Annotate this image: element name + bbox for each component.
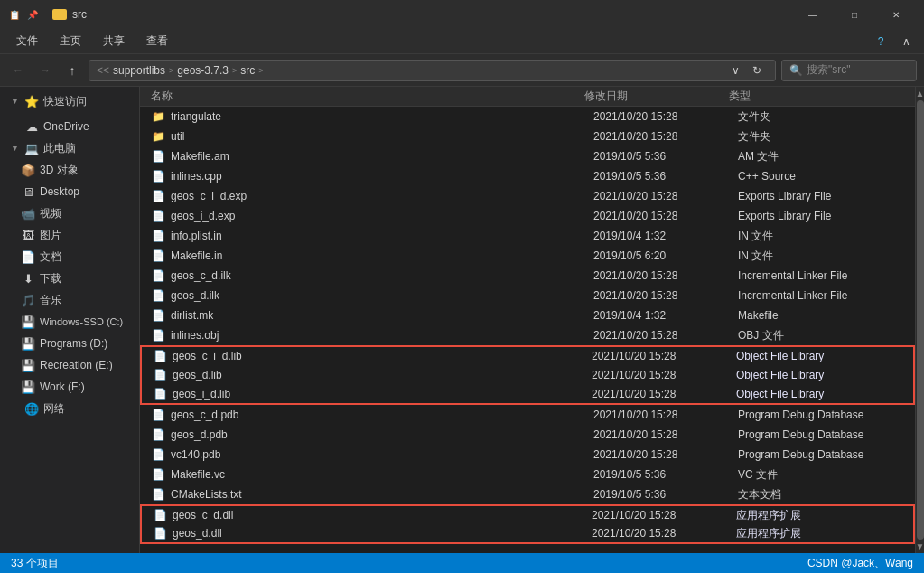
table-row[interactable]: 📄 geos_d.ilk 2021/10/20 15:28 Incrementa… [140, 286, 915, 305]
sidebar-item-videos[interactable]: 📹 视频 [0, 202, 139, 224]
desktop-icon: 🖥 [22, 185, 34, 198]
sidebar-item-network[interactable]: 🌐 网络 [0, 398, 139, 419]
refresh-button[interactable]: ↻ [746, 60, 768, 81]
file-name-text: geos_d.lib [173, 369, 222, 381]
sidebar-item-3dobjects[interactable]: 📦 3D 对象 [0, 159, 139, 181]
menu-file[interactable]: 文件 [7, 30, 47, 52]
title-bar-folder-icon [52, 9, 67, 20]
file-icon: 📄 [153, 387, 167, 401]
sidebar-item-workf[interactable]: 💾 Work (F:) [0, 376, 139, 398]
file-icon: 📄 [151, 408, 165, 422]
path-part-supportlibs[interactable]: supportlibs [113, 64, 165, 77]
search-box[interactable]: 🔍 搜索"src" [781, 60, 917, 81]
close-button[interactable]: ✕ [875, 0, 917, 29]
menu-share[interactable]: 共享 [94, 30, 134, 52]
file-list-container: 名称 修改日期 类型 📁 triangulate 2021/10/20 15:2… [140, 87, 915, 553]
table-row[interactable]: 📁 util 2021/10/20 15:28 文件夹 [140, 127, 915, 146]
table-row[interactable]: 📄 geos_d.pdb 2021/10/20 15:28 Program De… [140, 425, 915, 445]
file-name-text: geos_i_d.lib [173, 388, 230, 400]
table-row[interactable]: 📁 triangulate 2021/10/20 15:28 文件夹 [140, 107, 915, 127]
table-row[interactable]: 📄 geos_d.dll 2021/10/20 15:28 应用程序扩展 [140, 524, 915, 544]
sidebar-item-quickaccess[interactable]: ▼ ⭐ 快速访问 [0, 90, 139, 112]
file-name-text: geos_c_d.dll [173, 509, 233, 521]
table-row[interactable]: 📄 Makefile.in 2019/10/5 6:20 IN 文件 [140, 246, 915, 266]
sidebar-item-onedrive[interactable]: ☁ OneDrive [0, 116, 139, 137]
file-type: Object File Library [729, 350, 910, 362]
sidebar-item-documents[interactable]: 📄 文档 [0, 246, 139, 268]
table-row[interactable]: 📄 geos_c_d.dll 2021/10/20 15:28 应用程序扩展 [140, 504, 915, 524]
sidebar-item-music[interactable]: 🎵 音乐 [0, 289, 139, 311]
sidebar-item-downloads[interactable]: ⬇ 下载 [0, 268, 139, 289]
address-path[interactable]: << supportlibs > geos-3.7.3 > src > ∨ ↻ [89, 60, 776, 81]
sidebar-item-pictures[interactable]: 🖼 图片 [0, 224, 139, 246]
path-part-geos[interactable]: geos-3.7.3 [177, 64, 229, 77]
table-row[interactable]: 📄 info.plist.in 2019/10/4 1:32 IN 文件 [140, 226, 915, 246]
sidebar-item-recreatione[interactable]: 💾 Recreation (E:) [0, 354, 139, 376]
file-list[interactable]: 📁 triangulate 2021/10/20 15:28 文件夹 📁 uti… [140, 107, 915, 553]
sidebar-label-pictures: 图片 [40, 228, 61, 243]
forward-button[interactable]: → [34, 60, 56, 81]
file-date: 2019/10/5 5:36 [586, 150, 731, 163]
table-row[interactable]: 📄 dirlist.mk 2019/10/4 1:32 Makefile [140, 305, 915, 325]
table-row[interactable]: 📄 inlines.obj 2021/10/20 15:28 OBJ 文件 [140, 325, 915, 345]
documents-icon: 📄 [22, 250, 34, 263]
col-header-type[interactable]: 类型 [722, 87, 902, 106]
expand-ribbon-button[interactable]: ∧ [895, 31, 917, 52]
scroll-thumb[interactable] [917, 100, 924, 540]
file-name: 📄 geos_d.pdb [144, 427, 586, 442]
file-date: 2021/10/20 15:28 [584, 369, 729, 381]
file-date: 2019/10/5 5:36 [586, 488, 731, 501]
restore-button[interactable]: □ [834, 0, 875, 29]
address-bar: ← → ↑ << supportlibs > geos-3.7.3 > src … [0, 54, 924, 87]
file-icon: 📄 [151, 209, 165, 223]
file-type: IN 文件 [731, 249, 911, 264]
path-dropdown-button[interactable]: ∨ [728, 60, 742, 81]
file-name: 📁 util [144, 129, 586, 144]
table-row[interactable]: 📄 geos_c_d.ilk 2021/10/20 15:28 Incremen… [140, 266, 915, 286]
scroll-down-button[interactable]: ▼ [916, 541, 924, 551]
file-date: 2021/10/20 15:28 [586, 210, 731, 222]
table-row[interactable]: 📄 Makefile.am 2019/10/5 5:36 AM 文件 [140, 146, 915, 166]
file-type: 文件夹 [731, 129, 911, 145]
file-name-text: inlines.obj [171, 329, 219, 342]
file-icon: 📄 [151, 487, 165, 502]
menu-view[interactable]: 查看 [137, 30, 177, 52]
table-row[interactable]: 📄 CMakeLists.txt 2019/10/5 5:36 文本文档 [140, 484, 915, 504]
sidebar-item-windowsssd[interactable]: 💾 Windows-SSD (C:) [0, 311, 139, 333]
file-name-text: dirlist.mk [171, 309, 213, 322]
file-name: 📄 vc140.pdb [144, 447, 586, 462]
file-name-text: Makefile.in [171, 249, 222, 262]
file-date: 2019/10/4 1:32 [586, 230, 731, 242]
col-header-name[interactable]: 名称 [144, 87, 577, 106]
table-row[interactable]: 📄 vc140.pdb 2021/10/20 15:28 Program Deb… [140, 445, 915, 465]
table-row[interactable]: 📄 geos_i_d.exp 2021/10/20 15:28 Exports … [140, 206, 915, 226]
sidebar-item-desktop[interactable]: 🖥 Desktop [0, 181, 139, 202]
file-icon: 📁 [151, 129, 165, 144]
scroll-up-button[interactable]: ▲ [916, 89, 924, 99]
back-button[interactable]: ← [7, 60, 29, 81]
sidebar-label-workf: Work (F:) [40, 380, 85, 393]
minimize-button[interactable]: — [792, 0, 834, 29]
table-row[interactable]: 📄 geos_c_d.pdb 2021/10/20 15:28 Program … [140, 405, 915, 425]
file-type: Object File Library [729, 369, 910, 381]
menu-home[interactable]: 主页 [51, 30, 90, 52]
up-button[interactable]: ↑ [61, 60, 83, 81]
table-row[interactable]: 📄 geos_i_d.lib 2021/10/20 15:28 Object F… [140, 385, 915, 405]
table-row[interactable]: 📄 geos_d.lib 2021/10/20 15:28 Object Fil… [140, 365, 915, 385]
table-row[interactable]: 📄 inlines.cpp 2019/10/5 5:36 C++ Source [140, 166, 915, 186]
file-name: 📄 CMakeLists.txt [144, 487, 586, 502]
table-row[interactable]: 📄 geos_c_i_d.lib 2021/10/20 15:28 Object… [140, 345, 915, 365]
sidebar-item-programsd[interactable]: 💾 Programs (D:) [0, 333, 139, 354]
table-row[interactable]: 📄 Makefile.vc 2019/10/5 5:36 VC 文件 [140, 465, 915, 484]
table-row[interactable]: 📄 geos_c_i_d.exp 2021/10/20 15:28 Export… [140, 186, 915, 206]
col-header-date[interactable]: 修改日期 [577, 87, 722, 106]
path-part-src[interactable]: src [240, 64, 255, 77]
file-icon: 📄 [153, 526, 167, 540]
thispc-icon: 💻 [25, 142, 38, 155]
file-name-text: util [171, 130, 184, 143]
scrollbar[interactable]: ▲ ▼ [915, 87, 924, 553]
sidebar-item-thispc[interactable]: ▼ 💻 此电脑 [0, 137, 139, 159]
file-name-text: geos_d.ilk [171, 289, 219, 302]
file-list-header: 名称 修改日期 类型 [140, 87, 915, 107]
help-button[interactable]: ? [870, 31, 891, 52]
